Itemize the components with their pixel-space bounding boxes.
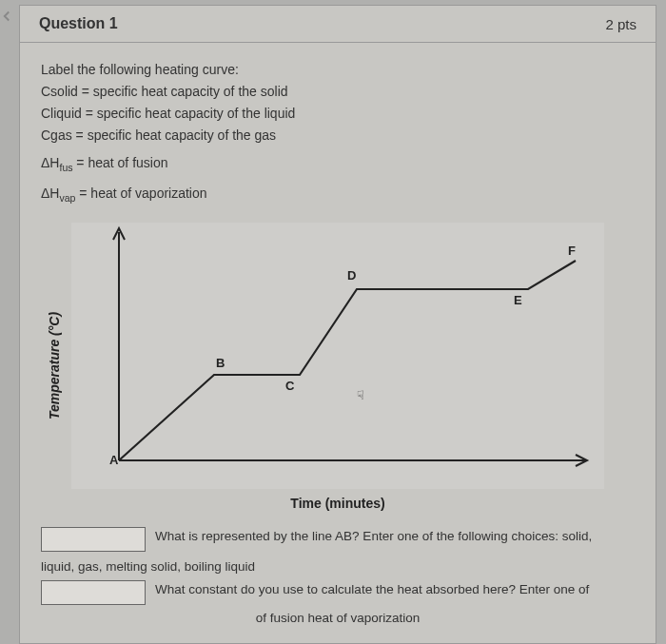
chart-point-b: B — [216, 354, 225, 373]
intro-line: Label the following heating curve: — [41, 60, 635, 80]
answer-row-1: What is represented by the line AB? Ente… — [41, 527, 635, 552]
choices-line: liquid, gas, melting solid, boiling liqu… — [41, 557, 635, 576]
cutoff-text: of fusion heat of vaporization — [41, 609, 635, 628]
answer-input-1[interactable] — [41, 527, 146, 552]
intro-line: Cliquid = specific heat capacity of the … — [41, 104, 635, 124]
dh-subscript: fus — [59, 162, 72, 173]
question-panel: Question 1 2 pts Label the following hea… — [19, 5, 656, 644]
answer-row-2: What constant do you use to calculate th… — [41, 580, 635, 605]
question-text-1: What is represented by the line AB? Ente… — [155, 527, 635, 546]
dh-subscript: vap — [59, 191, 75, 203]
answer-input-2[interactable] — [41, 580, 146, 605]
cursor-hand-icon: ☟ — [357, 386, 364, 405]
chart-point-e: E — [514, 291, 522, 310]
chart-point-f: F — [568, 242, 576, 261]
y-axis-label: Temperature (°C) — [45, 312, 65, 420]
dh-symbol: ΔH — [41, 185, 59, 201]
chart-point-a: A — [109, 451, 118, 470]
intro-block: Label the following heating curve: Csoli… — [41, 60, 635, 205]
x-axis-label: Time (minutes) — [290, 494, 384, 514]
chart-point-c: C — [285, 377, 294, 396]
question-title: Question 1 — [39, 15, 118, 32]
heating-curve-chart: Temperature (°C) A B C D E F ☟ Time (min… — [71, 223, 604, 489]
question-body: Label the following heating curve: Csoli… — [20, 43, 656, 644]
chevron-icon — [0, 8, 15, 25]
question-header: Question 1 2 pts — [20, 6, 656, 43]
dh-definition: = heat of vaporization — [75, 185, 206, 201]
dh-symbol: ΔH — [41, 155, 59, 170]
question-text-2: What constant do you use to calculate th… — [155, 580, 635, 599]
question-points: 2 pts — [605, 16, 637, 32]
delta-h-fusion: ΔHfus = heat of fusion — [41, 153, 635, 176]
chart-svg — [100, 223, 595, 470]
intro-line: Csolid = specific heat capacity of the s… — [41, 82, 635, 102]
chart-point-d: D — [347, 266, 356, 285]
intro-line: Cgas = specific heat capacity of the gas — [41, 126, 635, 146]
delta-h-vaporization: ΔHvap = heat of vaporization — [41, 184, 635, 206]
dh-definition: = heat of fusion — [72, 155, 167, 170]
